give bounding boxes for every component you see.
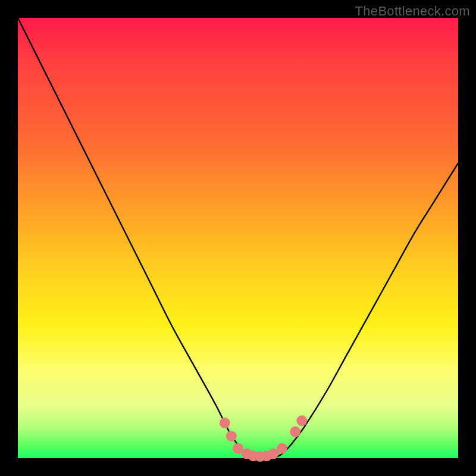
marker-point	[226, 431, 237, 441]
plot-area	[18, 18, 458, 458]
marker-point	[296, 415, 307, 426]
bottleneck-curve	[18, 18, 458, 459]
marker-point	[220, 418, 230, 428]
marker-point	[290, 427, 300, 437]
marker-point	[277, 443, 287, 454]
curve-svg	[18, 18, 458, 458]
chart-frame: TheBottleneck.com	[0, 0, 476, 476]
highlighted-points	[220, 415, 308, 462]
attribution-label: TheBottleneck.com	[355, 4, 470, 19]
